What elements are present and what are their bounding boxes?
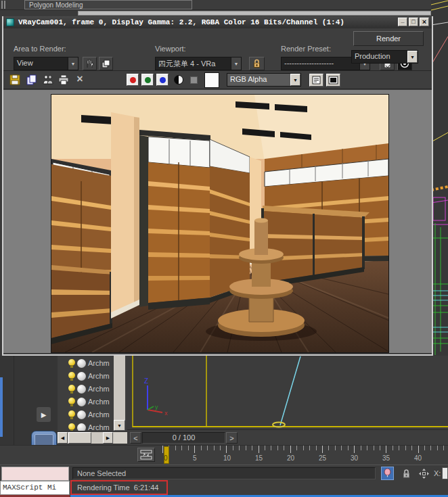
- balloon-icon: [384, 469, 391, 478]
- next-frame-button[interactable]: >: [226, 432, 238, 444]
- clone-window-button[interactable]: [43, 74, 55, 86]
- ribbon-tab-polygon-modeling[interactable]: Polygon Modeling: [24, 0, 192, 9]
- rendered-image: [51, 94, 389, 353]
- move-cross-icon: [419, 469, 429, 479]
- expand-button[interactable]: ▶: [37, 407, 51, 422]
- minimize-button[interactable]: _: [398, 18, 407, 26]
- close-button[interactable]: ×: [420, 18, 429, 26]
- maxscript-listener-output[interactable]: [1, 467, 69, 481]
- object-sphere-icon: [77, 372, 86, 381]
- layers-icon: [312, 76, 321, 85]
- tick-label: 5: [193, 454, 197, 462]
- scroll-right-button[interactable]: ▶: [103, 432, 113, 444]
- area-to-render-label: Area to Render:: [14, 45, 66, 53]
- light-bulb-icon: [68, 372, 75, 381]
- vfb-title-bar[interactable]: VRayCam001, frame 0, Display Gamma: 2.2,…: [3, 16, 432, 28]
- hand-icon: [85, 59, 94, 68]
- copy-image-button[interactable]: [26, 74, 39, 86]
- green-channel-button[interactable]: [141, 74, 154, 86]
- tick-label: 35: [382, 454, 390, 462]
- ribbon-bar: Polygon Modeling: [0, 0, 448, 10]
- vfb-window: VRayCam001, frame 0, Display Gamma: 2.2,…: [2, 16, 433, 356]
- chevron-down-icon: ▼: [231, 57, 241, 70]
- scroll-right-icon: ▶: [106, 435, 110, 440]
- layers-button[interactable]: [309, 74, 323, 87]
- blue-channel-icon: [160, 77, 166, 83]
- svg-text:Z: Z: [144, 377, 148, 385]
- duplicate-window-icon: [102, 60, 110, 68]
- scroll-down-icon: ▼: [117, 423, 122, 428]
- light-bulb-icon: [68, 398, 75, 406]
- maxscript-label: MAXScript Mi: [3, 483, 56, 492]
- light-item-label: Archm: [88, 359, 110, 367]
- printer-icon: [58, 74, 69, 85]
- maxscript-listener-input[interactable]: MAXScript Mi: [0, 481, 70, 495]
- scroll-down-button[interactable]: ▼: [114, 420, 125, 431]
- lock-icon: [402, 469, 411, 479]
- chevron-down-icon: ▼: [407, 51, 418, 63]
- maximize-button[interactable]: □: [409, 18, 418, 26]
- ribbon-scrollbar[interactable]: [78, 11, 431, 16]
- render-preset-value: --------------------: [282, 57, 359, 70]
- svg-text:x: x: [164, 410, 168, 417]
- left-edge-accent: [0, 377, 3, 437]
- clone-region-button[interactable]: [99, 57, 113, 70]
- tick-label: 30: [351, 454, 358, 462]
- object-sphere-icon: [77, 385, 86, 394]
- light-item-label: Archm: [88, 410, 110, 419]
- lock-icon: [252, 59, 261, 68]
- viewport-value: 四元菜单 4 - VRa: [156, 57, 231, 70]
- pan-button[interactable]: [83, 57, 97, 70]
- vfb-title-text: VRayCam001, frame 0, Display Gamma: 2.2,…: [18, 18, 344, 26]
- status-prompt-field: None Selected: [72, 467, 376, 479]
- time-slider-row: < 0 / 100 >: [127, 429, 448, 445]
- save-image-button[interactable]: [9, 74, 22, 86]
- previous-frame-button[interactable]: <: [130, 432, 141, 444]
- ribbon-grip[interactable]: [1, 1, 5, 9]
- area-to-render-select[interactable]: View ▼: [14, 57, 79, 70]
- render-button[interactable]: Render: [353, 31, 424, 46]
- light-list-hscrollbar[interactable]: ◀ ▶: [58, 432, 127, 444]
- frame-ruler[interactable]: 0 5 10 15 20 25 30 35 40: [162, 446, 448, 465]
- light-list-panel: Archm Archm Archm Archm Archm Archm: [58, 356, 127, 431]
- notification-toggle-button[interactable]: [381, 467, 394, 480]
- light-list-vscrollbar[interactable]: ▼: [114, 356, 125, 431]
- chevron-down-icon: ▼: [290, 74, 300, 86]
- channel-display-value: RGB Alpha: [227, 74, 290, 86]
- play-icon: ▶: [41, 411, 47, 419]
- time-slider[interactable]: 0 / 100: [142, 432, 225, 444]
- vfb-toolbar: × RGB Alpha ▼: [3, 71, 432, 89]
- hscroll-thumb[interactable]: [68, 432, 91, 444]
- vfb-canvas: [3, 90, 432, 353]
- selection-lock-button[interactable]: [401, 467, 412, 479]
- rendering-time-text: Rendering Time 6:21:44: [77, 483, 158, 492]
- channel-display-select[interactable]: RGB Alpha ▼: [227, 73, 301, 87]
- render-button-label: Render: [376, 34, 401, 43]
- tick-label: 40: [414, 454, 422, 462]
- two-people-icon: [43, 74, 53, 85]
- mini-curve-editor-button[interactable]: [137, 448, 155, 462]
- blue-channel-button[interactable]: [156, 74, 169, 86]
- transform-mode-button[interactable]: [418, 467, 430, 479]
- tick-label: 20: [287, 454, 294, 462]
- main-viewport-area[interactable]: Z y x: [127, 356, 448, 429]
- red-channel-button[interactable]: [127, 74, 139, 86]
- scroll-left-button[interactable]: ◀: [58, 432, 68, 444]
- copy-icon: [26, 74, 37, 85]
- render-mode-select[interactable]: Production ▼: [351, 50, 418, 64]
- hscroll-end: [114, 432, 127, 444]
- track-bar: 0 5 10 15 20 25 30 35 40: [0, 445, 448, 465]
- alpha-channel-button[interactable]: [190, 76, 198, 84]
- viewport-lock-button[interactable]: [249, 57, 265, 70]
- monochrome-button[interactable]: [174, 75, 183, 85]
- background-color-swatch[interactable]: [204, 72, 219, 88]
- print-image-button[interactable]: [58, 74, 70, 86]
- clear-image-button[interactable]: ×: [74, 73, 86, 85]
- green-channel-icon: [145, 77, 151, 83]
- viewport-select[interactable]: 四元菜单 4 - VRa ▼: [155, 57, 242, 70]
- safe-frame-button[interactable]: [326, 74, 340, 87]
- x-coordinate-field[interactable]: [442, 467, 448, 479]
- selection-status-text: None Selected: [77, 469, 126, 477]
- clear-icon: ×: [76, 73, 83, 85]
- save-icon: [9, 74, 20, 85]
